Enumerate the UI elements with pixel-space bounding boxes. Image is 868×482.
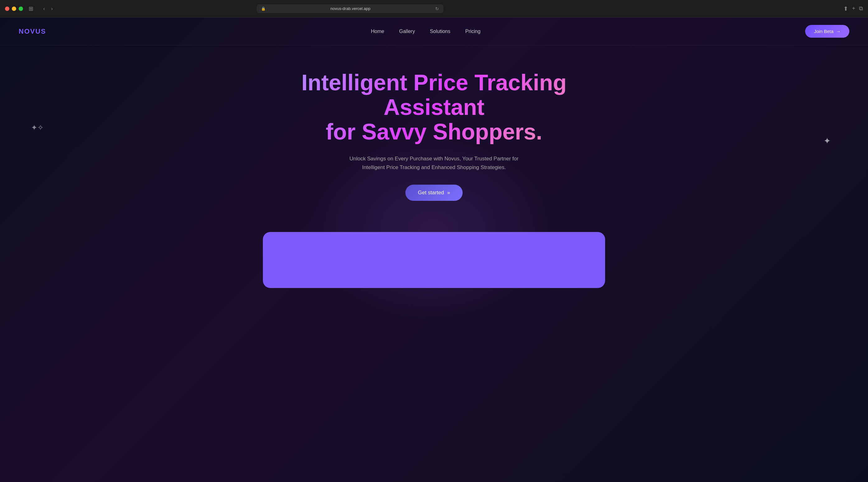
browser-actions: ⬆ + ⧉: [843, 5, 863, 12]
join-beta-button[interactable]: Join Beta →: [805, 25, 849, 38]
nav-link-gallery[interactable]: Gallery: [399, 29, 415, 34]
forward-button[interactable]: ›: [49, 5, 55, 13]
new-tab-button[interactable]: +: [852, 5, 855, 12]
sidebar-toggle-button[interactable]: ⊞: [27, 4, 35, 13]
nav-link-pricing[interactable]: Pricing: [465, 29, 480, 34]
preview-card: [263, 232, 605, 288]
hero-title: Intelligent Price Tracking Assistant for…: [294, 70, 574, 144]
traffic-light-green[interactable]: [19, 6, 23, 11]
get-started-label: Get started: [418, 190, 444, 196]
hero-title-line1: Intelligent Price Tracking Assistant: [302, 70, 566, 119]
lock-icon: 🔒: [261, 6, 266, 11]
share-button[interactable]: ⬆: [843, 5, 848, 12]
navbar: NOVUS Home Gallery Solutions Pricing Joi…: [0, 18, 868, 46]
reload-button[interactable]: ↻: [435, 6, 439, 11]
join-beta-label: Join Beta: [814, 29, 834, 34]
get-started-arrow: »: [447, 190, 450, 196]
url-text: novus-drab.vercel.app: [268, 6, 433, 11]
website-content: NOVUS Home Gallery Solutions Pricing Joi…: [0, 18, 868, 482]
traffic-light-yellow[interactable]: [12, 6, 16, 11]
hero-subtitle: Unlock Savings on Every Purchase with No…: [347, 154, 521, 172]
traffic-lights: [5, 6, 23, 11]
hero-section: Intelligent Price Tracking Assistant for…: [0, 46, 868, 220]
browser-chrome: ⊞ ‹ › 🔒 novus-drab.vercel.app ↻ ⬆ + ⧉: [0, 0, 868, 18]
tabs-button[interactable]: ⧉: [859, 5, 863, 12]
hero-title-line2: for Savvy Shoppers.: [326, 119, 542, 144]
nav-link-solutions[interactable]: Solutions: [430, 29, 451, 34]
nav-links: Home Gallery Solutions Pricing: [371, 29, 480, 34]
address-bar[interactable]: 🔒 novus-drab.vercel.app ↻: [257, 4, 443, 13]
logo: NOVUS: [19, 27, 46, 35]
join-beta-arrow: →: [836, 29, 841, 34]
get-started-button[interactable]: Get started »: [405, 185, 463, 201]
back-button[interactable]: ‹: [41, 5, 46, 13]
traffic-light-red[interactable]: [5, 6, 9, 11]
nav-link-home[interactable]: Home: [371, 29, 384, 34]
browser-navigation: ‹ ›: [41, 5, 55, 13]
